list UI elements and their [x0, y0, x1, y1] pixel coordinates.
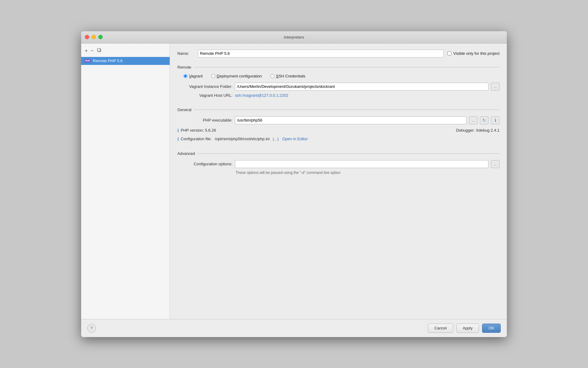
config-file-row: ℹ Configuration file: /opt/remi/php56/ro…: [177, 135, 499, 143]
config-file-label: Configuration file:: [181, 137, 212, 141]
svg-rect-1: [97, 48, 100, 51]
sidebar-item-label: Remote PHP 5.6: [93, 58, 123, 63]
refresh-button[interactable]: ↻: [480, 116, 488, 124]
php-interpreter-icon: PHP: [85, 58, 90, 63]
config-options-hint: These options will be passed using the "…: [177, 171, 499, 175]
general-section-title: General: [177, 107, 191, 112]
footer: ? Cancel Apply OK: [81, 319, 507, 337]
ssh-label: SSH Credentials: [276, 74, 305, 78]
name-row: Name: Visible only for this project: [177, 50, 499, 58]
visible-only-label: Visible only for this project: [453, 51, 499, 56]
add-interpreter-button[interactable]: +: [84, 47, 89, 54]
help-button[interactable]: ?: [87, 324, 96, 332]
advanced-section-line: [198, 153, 499, 154]
close-button[interactable]: [85, 35, 89, 39]
config-options-row: Configuration options: ...: [177, 160, 499, 168]
php-executable-browse-button[interactable]: ...: [469, 116, 477, 124]
deployment-radio[interactable]: [211, 74, 215, 78]
vagrant-instance-label: Vagrant Instance Folder:: [177, 84, 232, 89]
copy-interpreter-button[interactable]: [96, 47, 103, 54]
config-file-ellipsis-link[interactable]: (...): [273, 137, 279, 141]
traffic-lights: [85, 35, 103, 39]
config-options-input[interactable]: [235, 160, 488, 168]
advanced-section-title: Advanced: [177, 151, 195, 156]
vagrant-instance-browse-button[interactable]: ...: [491, 83, 499, 91]
sidebar-toolbar: + −: [81, 46, 170, 57]
sidebar: + − PHP Remote PHP 5.6: [81, 43, 170, 319]
vagrant-label: Vagrant: [189, 74, 203, 78]
visible-checkbox-area: Visible only for this project: [447, 51, 499, 56]
debugger-text: Debugger: Xdebug 2.4.1: [456, 128, 499, 133]
php-executable-label: PHP executable:: [177, 118, 232, 122]
remote-section-header: Remote: [177, 65, 499, 69]
deployment-radio-option[interactable]: Deployment configuration: [211, 74, 262, 78]
vagrant-host-label: Vagrant Host URL:: [177, 93, 232, 98]
remote-section-line: [194, 67, 499, 67]
php-version-text: PHP version: 5.6.26: [181, 128, 216, 133]
main-content: + − PHP Remote PHP 5.6 Name:: [81, 43, 507, 319]
php-executable-row: PHP executable: ... ↻ ℹ: [177, 116, 499, 124]
vagrant-host-row: Vagrant Host URL: ssh://vagrant@127.0.0.…: [177, 93, 499, 98]
remove-interpreter-button[interactable]: −: [89, 47, 95, 54]
visible-only-checkbox[interactable]: [447, 51, 451, 55]
ssh-radio[interactable]: [270, 74, 274, 78]
interpreters-window: Interpreters + − PHP Remote PHP 5.6: [81, 31, 507, 337]
vagrant-instance-row: Vagrant Instance Folder: ...: [177, 83, 499, 91]
minimize-button[interactable]: [92, 35, 96, 39]
vagrant-host-link[interactable]: ssh://vagrant@127.0.0.1:2202: [235, 93, 288, 98]
deployment-label: Deployment configuration: [217, 74, 262, 78]
window-title: Interpreters: [284, 35, 304, 39]
refresh-icon: ↻: [482, 118, 486, 123]
titlebar: Interpreters: [81, 31, 507, 43]
remote-type-radio-group: Vagrant Deployment configuration SSH Cre…: [177, 74, 499, 78]
php-executable-input[interactable]: [235, 116, 466, 124]
info-button[interactable]: ℹ: [491, 116, 499, 124]
php-version-info-icon: ℹ: [177, 128, 179, 133]
ssh-radio-option[interactable]: SSH Credentials: [270, 74, 305, 78]
remote-section-title: Remote: [177, 65, 191, 69]
info-icon: ℹ: [495, 118, 496, 123]
apply-button[interactable]: Apply: [456, 324, 479, 333]
php-version-row: ℹ PHP version: 5.6.26 Debugger: Xdebug 2…: [177, 127, 499, 134]
general-section-line: [194, 110, 499, 110]
name-input[interactable]: [198, 50, 444, 58]
config-file-info-icon: ℹ: [177, 137, 179, 141]
vagrant-instance-input[interactable]: [235, 83, 488, 91]
settings-panel: Name: Visible only for this project Remo…: [170, 43, 507, 319]
footer-buttons: Cancel Apply OK: [428, 324, 501, 333]
config-options-label: Configuration options:: [177, 162, 232, 166]
config-options-browse-button[interactable]: ...: [491, 160, 499, 168]
advanced-section-header: Advanced: [177, 151, 499, 156]
name-label: Name:: [177, 51, 194, 56]
maximize-button[interactable]: [98, 35, 103, 39]
cancel-button[interactable]: Cancel: [428, 324, 453, 333]
general-section-header: General: [177, 107, 499, 112]
config-file-path: /opt/remi/php56/root/etc/php.ini: [215, 137, 270, 141]
vagrant-radio[interactable]: [183, 74, 187, 78]
vagrant-radio-option[interactable]: Vagrant: [183, 74, 203, 78]
open-in-editor-link[interactable]: Open in Editor: [282, 137, 308, 141]
sidebar-item-remote-php[interactable]: PHP Remote PHP 5.6: [81, 57, 170, 65]
ok-button[interactable]: OK: [482, 324, 501, 333]
